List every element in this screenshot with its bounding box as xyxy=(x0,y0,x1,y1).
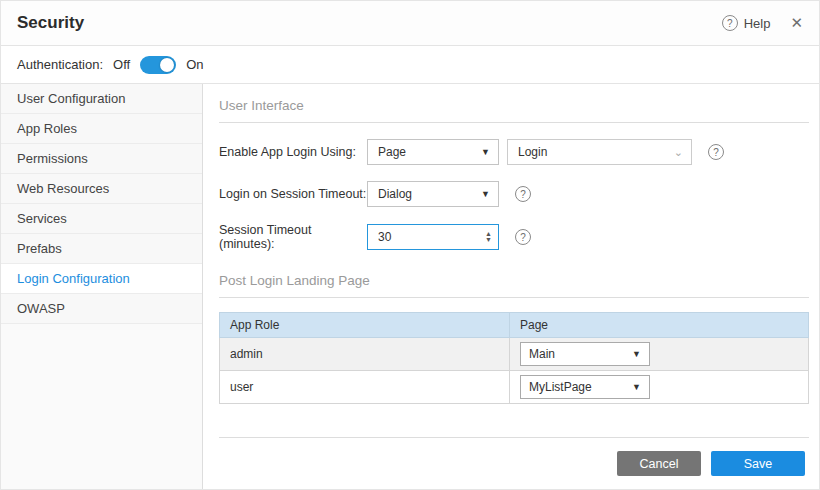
session-timeout-value: 30 xyxy=(378,230,391,244)
session-timeout-input[interactable]: 30 ▲▼ xyxy=(367,224,499,250)
login-configuration-panel: User Interface Enable App Login Using: P… xyxy=(203,84,819,489)
number-stepper-icon[interactable]: ▲▼ xyxy=(485,231,492,243)
dropdown-arrow-icon: ▼ xyxy=(632,349,641,359)
login-page-select[interactable]: Login ⌄ xyxy=(507,139,692,165)
user-interface-section-title: User Interface xyxy=(219,98,809,123)
dialog-header: Security ? Help ✕ xyxy=(1,1,819,46)
header-actions: ? Help ✕ xyxy=(722,14,803,32)
admin-page-value: Main xyxy=(529,347,555,361)
cancel-button[interactable]: Cancel xyxy=(617,451,701,476)
login-on-timeout-label: Login on Session Timeout: xyxy=(219,187,367,201)
landing-page-table: App Role Page admin Main ▼ xyxy=(219,312,809,404)
table-row: admin Main ▼ xyxy=(220,338,809,371)
user-page-value: MyListPage xyxy=(529,380,592,394)
sidebar-item-prefabs[interactable]: Prefabs xyxy=(1,234,202,264)
column-header-app-role: App Role xyxy=(220,313,510,338)
content-area: User Configuration App Roles Permissions… xyxy=(1,84,819,489)
enable-app-login-label: Enable App Login Using: xyxy=(219,145,367,159)
sidebar-item-app-roles[interactable]: App Roles xyxy=(1,114,202,144)
table-row: user MyListPage ▼ xyxy=(220,371,809,404)
session-timeout-row: Session Timeout (minutes): 30 ▲▼ ? xyxy=(219,223,809,251)
sidebar-item-permissions[interactable]: Permissions xyxy=(1,144,202,174)
help-icon[interactable]: ? xyxy=(722,15,738,31)
dialog-footer: Cancel Save xyxy=(219,437,809,489)
session-timeout-label: Session Timeout (minutes): xyxy=(219,223,367,251)
dropdown-arrow-icon: ▼ xyxy=(481,147,490,157)
app-role-cell: user xyxy=(220,371,510,404)
sidebar-item-user-configuration[interactable]: User Configuration xyxy=(1,84,202,114)
post-login-section-title: Post Login Landing Page xyxy=(219,273,809,298)
timeout-action-select[interactable]: Dialog ▼ xyxy=(367,181,499,207)
sidebar-item-owasp[interactable]: OWASP xyxy=(1,294,202,324)
authentication-bar: Authentication: Off On xyxy=(1,46,819,84)
login-type-select[interactable]: Page ▼ xyxy=(367,139,499,165)
login-on-timeout-row: Login on Session Timeout: Dialog ▼ ? xyxy=(219,181,809,207)
authentication-label: Authentication: xyxy=(17,57,103,72)
table-header-row: App Role Page xyxy=(220,313,809,338)
session-timeout-help-icon[interactable]: ? xyxy=(515,229,531,245)
admin-page-select[interactable]: Main ▼ xyxy=(520,342,650,366)
toggle-off-label: Off xyxy=(113,57,130,72)
save-button[interactable]: Save xyxy=(711,451,805,476)
sidebar-item-services[interactable]: Services xyxy=(1,204,202,234)
sidebar-item-login-configuration[interactable]: Login Configuration xyxy=(1,264,202,294)
enable-app-login-row: Enable App Login Using: Page ▼ Login ⌄ ? xyxy=(219,139,809,165)
chevron-down-icon: ⌄ xyxy=(674,146,683,159)
help-link[interactable]: Help xyxy=(744,16,771,31)
toggle-on-label: On xyxy=(186,57,203,72)
sidebar-item-web-resources[interactable]: Web Resources xyxy=(1,174,202,204)
close-icon[interactable]: ✕ xyxy=(790,14,803,32)
authentication-toggle[interactable] xyxy=(140,56,176,74)
login-on-timeout-help-icon[interactable]: ? xyxy=(515,186,531,202)
timeout-action-value: Dialog xyxy=(378,187,412,201)
page-title: Security xyxy=(17,13,84,33)
login-page-value: Login xyxy=(518,145,547,159)
dropdown-arrow-icon: ▼ xyxy=(632,382,641,392)
app-role-cell: admin xyxy=(220,338,510,371)
enable-app-login-help-icon[interactable]: ? xyxy=(708,144,724,160)
user-page-select[interactable]: MyListPage ▼ xyxy=(520,375,650,399)
column-header-page: Page xyxy=(510,313,809,338)
sidebar-nav: User Configuration App Roles Permissions… xyxy=(1,84,203,489)
toggle-knob xyxy=(160,58,174,72)
security-dialog: Security ? Help ✕ Authentication: Off On… xyxy=(0,0,820,490)
login-type-value: Page xyxy=(378,145,406,159)
dropdown-arrow-icon: ▼ xyxy=(481,189,490,199)
